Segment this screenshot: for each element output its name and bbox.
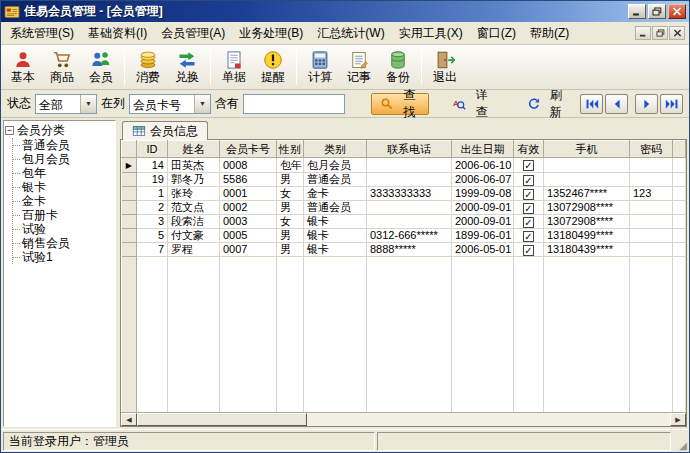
title-bar[interactable]: 佳易会员管理 - [会员管理]: [1, 1, 689, 22]
column-header-name[interactable]: 姓名: [168, 141, 220, 158]
tab-member-info[interactable]: 会员信息: [122, 121, 208, 140]
cell-name[interactable]: 田英杰: [168, 158, 220, 173]
column-header-phone[interactable]: 联系电话: [367, 141, 452, 158]
status-select[interactable]: 全部 ▼: [35, 94, 97, 114]
valid-checkbox[interactable]: ✓: [523, 245, 534, 256]
menu-item[interactable]: 基础资料(I): [81, 22, 154, 44]
minimize-button[interactable]: [628, 4, 646, 19]
cell-card[interactable]: 0008: [220, 158, 277, 173]
grid-row[interactable]: 19郭冬乃5586男普通会员2006-06-07✓: [122, 173, 686, 187]
cell-birthdate[interactable]: 1899-06-01: [452, 229, 514, 243]
cell-gender[interactable]: 男: [277, 229, 304, 243]
grid-row[interactable]: ▶14田英杰0008包年包月会员2006-06-10✓: [122, 158, 686, 173]
cell-gender[interactable]: 女: [277, 187, 304, 201]
column-header-gender[interactable]: 性别: [277, 141, 304, 158]
column-header-valid[interactable]: 有效: [514, 141, 544, 158]
cell-card[interactable]: 0003: [220, 215, 277, 229]
cell-id[interactable]: 19: [137, 173, 168, 187]
cell-gender[interactable]: 包年: [277, 158, 304, 173]
cell-gender[interactable]: 男: [277, 173, 304, 187]
scroll-left-icon[interactable]: ◀: [121, 413, 137, 426]
row-selector[interactable]: [122, 173, 137, 187]
cell-valid[interactable]: ✓: [514, 243, 544, 257]
nav-last-button[interactable]: [660, 94, 683, 114]
cell-password[interactable]: [630, 229, 673, 243]
dropdown-arrow-icon[interactable]: ▼: [194, 95, 210, 113]
column-header-password[interactable]: 密码: [630, 141, 673, 158]
grid-row[interactable]: 3段索洁0003女银卡2000-09-01✓13072908****: [122, 215, 686, 229]
cell-name[interactable]: 郭冬乃: [168, 173, 220, 187]
toolbar-button[interactable]: 提醒: [254, 47, 292, 88]
valid-checkbox[interactable]: ✓: [523, 189, 534, 200]
cell-phone[interactable]: [367, 201, 452, 215]
cell-card[interactable]: 0005: [220, 229, 277, 243]
toolbar-button[interactable]: 退出: [426, 47, 464, 88]
refresh-button[interactable]: 刷新: [518, 93, 576, 115]
cell-card[interactable]: 0001: [220, 187, 277, 201]
cell-category[interactable]: 包月会员: [304, 158, 367, 173]
cell-category[interactable]: 银卡: [304, 243, 367, 257]
close-button[interactable]: [668, 4, 686, 19]
cell-name[interactable]: 张玲: [168, 187, 220, 201]
mdi-close-button[interactable]: [669, 26, 685, 40]
cell-category[interactable]: 银卡: [304, 215, 367, 229]
valid-checkbox[interactable]: ✓: [523, 231, 534, 242]
scrollbar-track[interactable]: [307, 413, 670, 426]
cell-id[interactable]: 14: [137, 158, 168, 173]
menu-item[interactable]: 窗口(Z): [470, 22, 523, 44]
cell-mobile[interactable]: 13072908****: [544, 215, 630, 229]
cell-password[interactable]: [630, 158, 673, 173]
cell-category[interactable]: 普通会员: [304, 201, 367, 215]
column-header-card[interactable]: 会员卡号: [220, 141, 277, 158]
cell-valid[interactable]: ✓: [514, 173, 544, 187]
menu-item[interactable]: 实用工具(X): [392, 22, 470, 44]
maximize-button[interactable]: [648, 4, 666, 19]
cell-password[interactable]: 123: [630, 187, 673, 201]
cell-name[interactable]: 付文豪: [168, 229, 220, 243]
cell-password[interactable]: [630, 201, 673, 215]
cell-id[interactable]: 2: [137, 201, 168, 215]
cell-phone[interactable]: 3333333333: [367, 187, 452, 201]
detail-button[interactable]: A 详查: [443, 93, 501, 115]
nav-next-button[interactable]: [635, 94, 658, 114]
cell-id[interactable]: 1: [137, 187, 168, 201]
valid-checkbox[interactable]: ✓: [523, 203, 534, 214]
cell-phone[interactable]: [367, 215, 452, 229]
toolbar-button[interactable]: 消费: [129, 47, 167, 88]
find-button[interactable]: 查找: [371, 93, 429, 115]
column-select[interactable]: 会员卡号 ▼: [129, 94, 211, 114]
cell-id[interactable]: 3: [137, 215, 168, 229]
cell-birthdate[interactable]: 2006-05-01: [452, 243, 514, 257]
toolbar-button[interactable]: 备份: [379, 47, 417, 88]
horizontal-scrollbar[interactable]: ◀ ▶: [121, 412, 686, 426]
cell-category[interactable]: 普通会员: [304, 173, 367, 187]
cell-category[interactable]: 银卡: [304, 229, 367, 243]
valid-checkbox[interactable]: ✓: [523, 217, 534, 228]
cell-mobile[interactable]: 1352467****: [544, 187, 630, 201]
cell-mobile[interactable]: 13180499****: [544, 229, 630, 243]
tree-collapse-icon[interactable]: −: [5, 126, 14, 135]
cell-birthdate[interactable]: 2000-09-01: [452, 201, 514, 215]
cell-card[interactable]: 0007: [220, 243, 277, 257]
cell-gender[interactable]: 男: [277, 243, 304, 257]
toolbar-button[interactable]: 兑换: [168, 47, 206, 88]
cell-gender[interactable]: 女: [277, 215, 304, 229]
toolbar-button[interactable]: 商品: [43, 47, 81, 88]
dropdown-arrow-icon[interactable]: ▼: [80, 95, 96, 113]
grid-row[interactable]: 7罗程0007男银卡8888*****2006-05-01✓13180439**…: [122, 243, 686, 257]
cell-phone[interactable]: [367, 158, 452, 173]
column-header-birthdate[interactable]: 出生日期: [452, 141, 514, 158]
column-header-category[interactable]: 类别: [304, 141, 367, 158]
mdi-restore-button[interactable]: [652, 26, 668, 40]
cell-name[interactable]: 范文点: [168, 201, 220, 215]
cell-id[interactable]: 7: [137, 243, 168, 257]
cell-id[interactable]: 5: [137, 229, 168, 243]
toolbar-button[interactable]: 记事: [340, 47, 378, 88]
scroll-right-icon[interactable]: ▶: [670, 413, 686, 426]
cell-phone[interactable]: [367, 173, 452, 187]
cell-birthdate[interactable]: 1999-09-08: [452, 187, 514, 201]
row-selector[interactable]: [122, 215, 137, 229]
cell-mobile[interactable]: 13180439****: [544, 243, 630, 257]
toolbar-button[interactable]: 单据: [215, 47, 253, 88]
cell-card[interactable]: 5586: [220, 173, 277, 187]
